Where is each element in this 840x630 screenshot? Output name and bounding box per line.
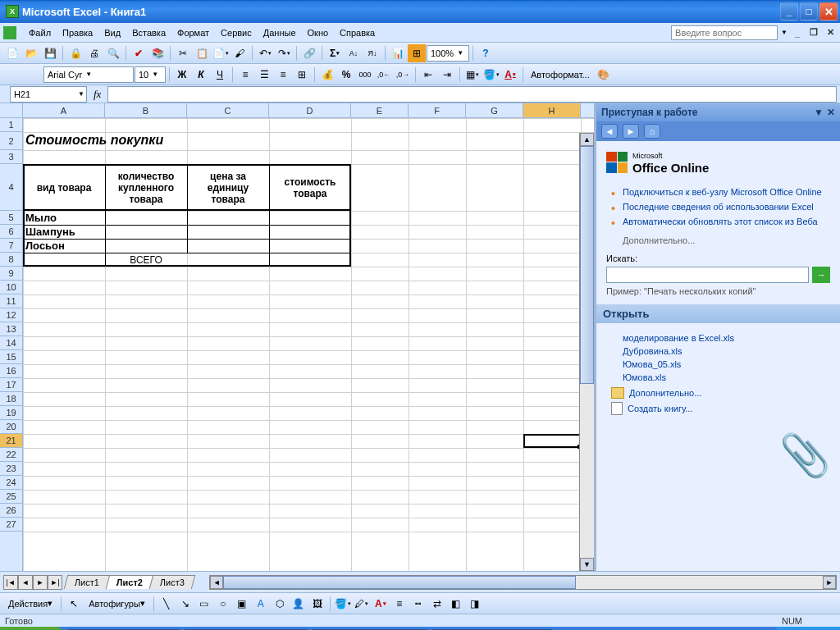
prev-sheet-button[interactable]: ◄ (18, 575, 33, 590)
font-color-draw-button[interactable]: A▾ (372, 595, 390, 613)
currency-button[interactable]: 💰 (318, 66, 336, 84)
menu-window[interactable]: Окно (302, 26, 335, 39)
bold-button[interactable]: Ж (173, 66, 191, 84)
scroll-thumb[interactable] (223, 576, 576, 589)
scroll-thumb[interactable] (580, 146, 594, 384)
italic-button[interactable]: К (192, 66, 210, 84)
new-button[interactable]: 📄 (3, 44, 21, 62)
sheet-tab[interactable]: Лист1 (64, 575, 111, 589)
line-button[interactable]: ╲ (158, 595, 176, 613)
font-size-select[interactable]: 10▼ (135, 66, 166, 83)
row-header[interactable]: 24 (0, 476, 22, 490)
oval-button[interactable]: ○ (214, 595, 232, 613)
line-style-button[interactable]: ≡ (390, 595, 409, 613)
taskpane-menu-button[interactable]: ▼ (814, 107, 824, 118)
recent-file[interactable]: Юмова_05.xls (623, 358, 830, 371)
textbox-button[interactable]: ▣ (233, 595, 251, 613)
save-button[interactable]: 💾 (41, 44, 59, 62)
cell-a7[interactable]: Лосьон (23, 239, 105, 253)
sort-desc-button[interactable]: Я↓ (363, 44, 381, 62)
close-button[interactable]: ✕ (819, 2, 838, 21)
vertical-scrollbar[interactable]: ▲ ▼ (579, 133, 594, 571)
taskpane-back-button[interactable]: ◄ (601, 124, 618, 139)
row-header[interactable]: 23 (0, 462, 22, 476)
zoom-select[interactable]: 100%▼ (427, 45, 469, 62)
redo-button[interactable]: ↷▾ (275, 44, 293, 62)
undo-button[interactable]: ↶▾ (256, 44, 274, 62)
autosum-button[interactable]: Σ▾ (326, 44, 344, 62)
row-header[interactable]: 25 (0, 490, 22, 504)
link-more-files[interactable]: Дополнительно... (611, 387, 830, 399)
align-left-button[interactable]: ≡ (236, 66, 254, 84)
row-header[interactable]: 13 (0, 322, 22, 336)
recent-file[interactable]: Дубровина.xls (623, 345, 830, 358)
line-color-button[interactable]: 🖊▾ (353, 595, 371, 613)
clipart-button[interactable]: 👤 (290, 595, 308, 613)
merge-center-button[interactable]: ⊞ (293, 66, 311, 84)
research-button[interactable]: 📚 (148, 44, 167, 62)
col-header-f[interactable]: F (409, 103, 466, 117)
arrow-style-button[interactable]: ⇄ (428, 595, 446, 613)
autoshapes-button[interactable]: Автофигуры ▾ (84, 595, 150, 613)
row-header[interactable]: 9 (0, 267, 22, 281)
taskpane-forward-button[interactable]: ► (623, 124, 639, 139)
cell-a6[interactable]: Шампунь (23, 225, 105, 239)
link-new-book[interactable]: Создать книгу... (611, 402, 830, 415)
cell-b4[interactable]: количество купленного товара (105, 164, 187, 211)
align-right-button[interactable]: ≡ (274, 66, 292, 84)
cell-a4[interactable]: вид товара (23, 164, 105, 211)
row-header[interactable]: 12 (0, 308, 22, 322)
print-button[interactable]: 🖨 (85, 44, 103, 62)
row-header[interactable]: 5 (0, 211, 22, 225)
shadow-button[interactable]: ◧ (447, 595, 465, 613)
row-header[interactable]: 3 (0, 150, 22, 164)
row-header[interactable]: 14 (0, 336, 22, 350)
row-header[interactable]: 21 (0, 434, 22, 448)
cell-a5[interactable]: Мыло (23, 211, 105, 225)
pivot-button[interactable]: ⊞ (408, 44, 426, 62)
autoformat-button[interactable]: Автоформат... (527, 66, 594, 84)
col-header-d[interactable]: D (269, 103, 351, 117)
clippy-assistant[interactable]: 📎 (606, 431, 830, 479)
open-button[interactable]: 📂 (22, 44, 40, 62)
increase-indent-button[interactable]: ⇥ (438, 66, 456, 84)
last-sheet-button[interactable]: ►| (48, 575, 62, 590)
dash-style-button[interactable]: ┅ (409, 595, 427, 613)
name-box[interactable]: H21▼ (10, 86, 87, 103)
row-header[interactable]: 7 (0, 239, 22, 253)
col-header-g[interactable]: G (466, 103, 523, 117)
row-header[interactable]: 1 (0, 118, 22, 132)
row-header[interactable]: 4 (0, 164, 22, 211)
row-header[interactable]: 15 (0, 350, 22, 364)
align-center-button[interactable]: ☰ (255, 66, 273, 84)
borders-button[interactable]: ▦▾ (463, 66, 482, 84)
cell-a2[interactable]: Стоимость покупки (23, 132, 269, 150)
help-button[interactable]: ? (477, 44, 495, 62)
arrow-button[interactable]: ↘ (176, 595, 194, 613)
start-button[interactable]: ⊞ пуск (0, 627, 64, 630)
menu-edit[interactable]: Правка (57, 26, 98, 39)
col-header-e[interactable]: E (351, 103, 409, 117)
wordart-button[interactable]: A (252, 595, 270, 613)
decrease-indent-button[interactable]: ⇤ (419, 66, 437, 84)
font-select[interactable]: Arial Cyr▼ (43, 66, 134, 83)
rectangle-button[interactable]: ▭ (195, 595, 213, 613)
link-latest-news[interactable]: Последние сведения об использовании Exce… (611, 199, 830, 214)
link-more[interactable]: Дополнительно... (623, 235, 830, 245)
chart-button[interactable]: 📊 (389, 44, 407, 62)
permission-button[interactable]: 🔒 (66, 44, 84, 62)
select-objects-button[interactable]: ↖ (65, 595, 83, 613)
minimize-button[interactable]: _ (780, 2, 798, 21)
cell-d4[interactable]: стоимость товара (269, 164, 351, 211)
col-header-a[interactable]: A (23, 103, 105, 117)
system-tray[interactable]: RU ‹ 0:06 (777, 627, 840, 630)
menu-tools[interactable]: Сервис (215, 26, 258, 39)
link-connect-online[interactable]: Подключиться к веб-узлу Microsoft Office… (611, 185, 830, 199)
sort-asc-button[interactable]: A↓ (345, 44, 363, 62)
menu-data[interactable]: Данные (258, 26, 302, 39)
row-header[interactable]: 27 (0, 518, 22, 532)
menu-insert[interactable]: Вставка (126, 26, 171, 39)
col-header-b[interactable]: B (105, 103, 187, 117)
horizontal-scrollbar[interactable]: ◄ ► (209, 575, 837, 590)
increase-decimal-button[interactable]: ,0← (375, 66, 393, 84)
